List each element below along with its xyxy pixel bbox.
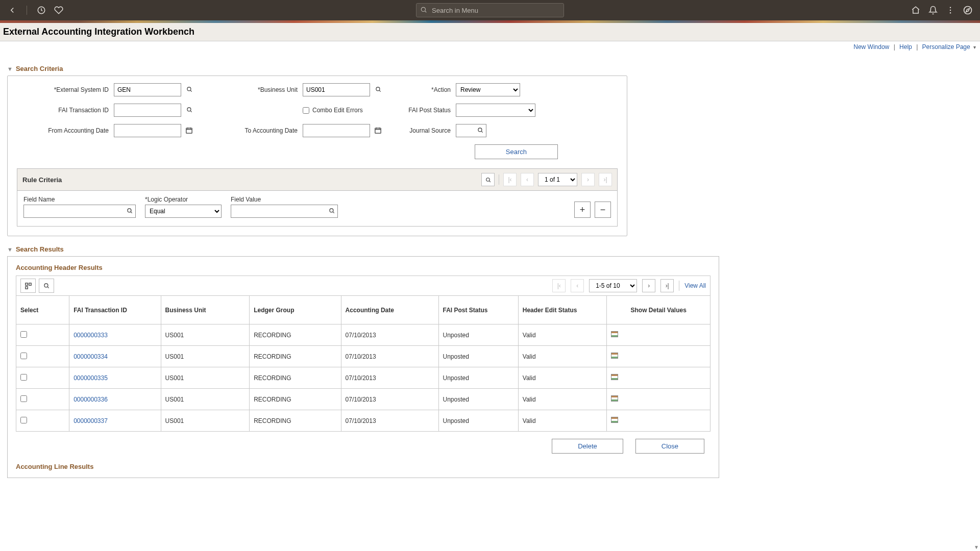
lookup-icon[interactable] [126, 207, 133, 214]
field-name-input[interactable] [23, 205, 136, 218]
cell-fai-post-status: Unposted [438, 367, 518, 389]
link-new-window[interactable]: New Window [853, 43, 889, 51]
show-detail-icon[interactable] [611, 395, 618, 402]
cell-ledger-group: RECORDING [250, 410, 341, 432]
table-row: 0000000337US001RECORDING07/10/2013Unpost… [16, 410, 710, 432]
notifications-icon[interactable] [927, 4, 939, 16]
show-detail-icon[interactable] [611, 374, 618, 380]
actions-menu-icon[interactable] [944, 4, 957, 16]
label-field-value: Field Value [231, 196, 338, 203]
svg-point-4 [950, 12, 951, 13]
search-results-toggle[interactable]: ▼ Search Results [7, 245, 973, 253]
external-system-id-lookup [114, 83, 195, 96]
search-button[interactable]: Search [475, 144, 558, 159]
table-row: 0000000336US001RECORDING07/10/2013Unpost… [16, 389, 710, 410]
svg-point-12 [486, 178, 489, 181]
row-select-checkbox[interactable] [20, 374, 27, 381]
rule-last-page-button[interactable]: ›| [599, 173, 612, 186]
row-select-checkbox[interactable] [20, 395, 27, 402]
global-search-input[interactable] [416, 3, 564, 17]
calendar-icon[interactable] [374, 127, 382, 134]
lookup-icon[interactable] [328, 207, 335, 214]
combo-edit-errors-checkbox[interactable] [303, 107, 309, 114]
close-button[interactable]: Close [635, 439, 704, 454]
search-icon [420, 6, 427, 13]
action-select[interactable]: Review [456, 83, 520, 96]
search-criteria-toggle[interactable]: ▼ Search Criteria [7, 65, 973, 72]
svg-point-1 [421, 7, 425, 11]
rule-find-button[interactable] [481, 173, 495, 186]
home-icon[interactable] [910, 4, 922, 16]
row-select-checkbox[interactable] [20, 353, 27, 359]
from-date-field [114, 124, 195, 137]
cell-accounting-date: 07/10/2013 [341, 410, 438, 432]
cell-fai-post-status: Unposted [438, 324, 518, 346]
row-select-checkbox[interactable] [20, 331, 27, 338]
fai-txn-link[interactable]: 0000000337 [74, 417, 108, 424]
calendar-icon[interactable] [185, 127, 193, 134]
separator [679, 281, 679, 291]
chevron-down-icon: ▼ [7, 66, 13, 72]
table-row: 0000000333US001RECORDING07/10/2013Unpost… [16, 324, 710, 346]
add-row-button[interactable]: + [574, 202, 591, 218]
back-icon[interactable] [6, 4, 18, 16]
cell-ledger-group: RECORDING [250, 389, 341, 410]
grid-page-select[interactable]: 1-5 of 10 [589, 279, 637, 292]
remove-row-button[interactable]: − [595, 202, 611, 218]
lookup-icon[interactable] [186, 86, 193, 93]
nav-compass-icon[interactable] [962, 4, 974, 16]
table-row: 0000000334US001RECORDING07/10/2013Unpost… [16, 346, 710, 367]
favorite-icon[interactable] [53, 4, 65, 16]
delete-button[interactable]: Delete [552, 439, 623, 454]
link-personalize[interactable]: Personalize Page [922, 43, 970, 51]
logic-operator-select[interactable]: Equal [145, 205, 222, 218]
show-detail-icon[interactable] [611, 353, 618, 359]
title-bar: External Accounting Integration Workbenc… [0, 23, 980, 41]
label-combo-edit-errors: Combo Edit Errors [312, 107, 363, 114]
view-all-link[interactable]: View All [684, 282, 706, 289]
rule-next-page-button[interactable]: › [581, 173, 595, 186]
grid-prev-page-button[interactable]: ‹ [571, 279, 584, 292]
lookup-icon[interactable] [186, 106, 193, 113]
fai-transaction-id-input[interactable] [114, 104, 181, 117]
cell-business-unit: US001 [161, 346, 250, 367]
field-value-input[interactable] [231, 205, 338, 218]
label-business-unit: Business Unit [201, 86, 298, 93]
rule-first-page-button[interactable]: |‹ [503, 173, 517, 186]
show-detail-icon[interactable] [611, 331, 618, 337]
lookup-icon[interactable] [375, 86, 382, 93]
grid-first-page-button[interactable]: |‹ [552, 279, 566, 292]
grid-last-page-button[interactable]: ›| [660, 279, 674, 292]
show-detail-icon[interactable] [611, 417, 618, 423]
grid-next-page-button[interactable]: › [642, 279, 655, 292]
personalize-grid-button[interactable] [20, 279, 36, 293]
link-help[interactable]: Help [899, 43, 912, 51]
fai-post-status-select[interactable] [456, 104, 535, 117]
label-external-system-id: External System ID [17, 86, 109, 93]
business-unit-input[interactable] [303, 83, 370, 96]
col-header-edit-status: Header Edit Status [518, 296, 607, 324]
row-select-checkbox[interactable] [20, 417, 27, 423]
history-icon[interactable] [35, 4, 47, 16]
fai-txn-link[interactable]: 0000000335 [74, 374, 108, 382]
fai-txn-link[interactable]: 0000000336 [74, 396, 108, 403]
external-system-id-input[interactable] [114, 83, 181, 96]
rule-page-select[interactable]: 1 of 1 [538, 173, 577, 186]
find-in-grid-button[interactable] [39, 279, 54, 293]
col-show-detail: Show Detail Values [607, 296, 710, 324]
fai-txn-link[interactable]: 0000000333 [74, 332, 108, 339]
fai-txn-link[interactable]: 0000000334 [74, 353, 108, 360]
svg-rect-17 [25, 286, 27, 288]
from-accounting-date-input[interactable] [114, 124, 181, 137]
cell-fai-post-status: Unposted [438, 410, 518, 432]
lookup-icon[interactable] [477, 127, 484, 134]
svg-point-5 [964, 7, 972, 14]
to-accounting-date-input[interactable] [303, 124, 370, 137]
cell-header-edit-status: Valid [518, 346, 607, 367]
scroll-down-icon[interactable]: ▼ [974, 544, 979, 550]
cell-fai-post-status: Unposted [438, 389, 518, 410]
rule-prev-page-button[interactable]: ‹ [521, 173, 534, 186]
top-nav-bar [0, 0, 980, 20]
search-results-panel: Accounting Header Results |‹ ‹ 1-5 of 10… [7, 256, 719, 478]
cell-header-edit-status: Valid [518, 367, 607, 389]
